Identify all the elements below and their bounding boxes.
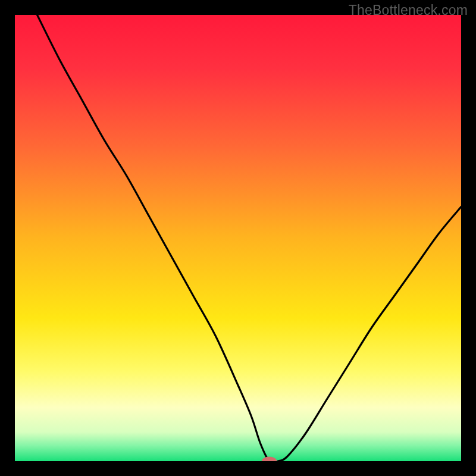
bottleneck-chart bbox=[15, 15, 461, 461]
watermark-text: TheBottleneck.com bbox=[349, 2, 468, 18]
chart-frame: TheBottleneck.com bbox=[0, 0, 476, 476]
gradient-background bbox=[15, 15, 461, 461]
